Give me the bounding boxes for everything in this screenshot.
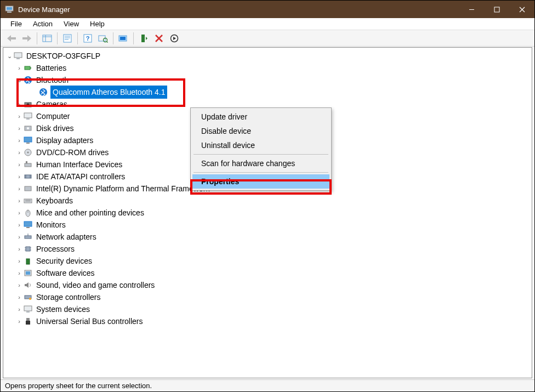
chevron-right-icon[interactable]: › [15, 219, 23, 231]
tree-node-software[interactable]: › Software devices [3, 267, 532, 279]
display-adapter-icon [23, 135, 33, 145]
svg-rect-30 [16, 58, 20, 59]
svg-rect-71 [24, 306, 32, 311]
svg-rect-46 [26, 161, 27, 163]
svg-rect-42 [26, 143, 30, 144]
tree-node-label: Monitors [35, 219, 67, 231]
menu-help[interactable]: Help [84, 19, 110, 29]
context-menu-update-driver[interactable]: Update driver [192, 110, 329, 124]
tree-node-label: Display adapters [35, 134, 94, 146]
svg-rect-1 [7, 12, 12, 13]
tree-node-keyboards[interactable]: › Keyboards [3, 195, 532, 207]
chevron-right-icon[interactable]: › [15, 146, 23, 158]
uninstall-device-button[interactable] [151, 32, 167, 45]
svg-rect-9 [43, 35, 52, 42]
disable-device-button[interactable] [167, 32, 182, 45]
tree-node-label: Mice and other pointing devices [35, 207, 145, 219]
chevron-down-icon[interactable]: ⌄ [5, 50, 13, 62]
minimize-button[interactable] [459, 1, 484, 18]
computer-icon [23, 111, 33, 121]
chevron-down-icon[interactable]: ⌄ [15, 74, 23, 86]
chevron-right-icon[interactable]: › [15, 110, 23, 122]
tree-node-batteries[interactable]: › Batteries [3, 62, 532, 74]
maximize-button[interactable] [484, 1, 509, 18]
sound-icon [23, 280, 33, 290]
chevron-right-icon[interactable]: › [15, 183, 23, 195]
chevron-right-icon[interactable]: › [15, 62, 23, 74]
svg-rect-29 [14, 53, 22, 58]
svg-rect-38 [26, 118, 30, 120]
svg-rect-32 [30, 67, 31, 69]
svg-rect-4 [494, 7, 499, 12]
tree-node-label: Network adapters [35, 231, 98, 243]
tree-node-bluetooth[interactable]: ⌄ Bluetooth [3, 74, 532, 86]
chevron-right-icon[interactable]: › [15, 158, 23, 171]
svg-rect-37 [24, 113, 32, 118]
toolbar-separator [113, 32, 113, 44]
chevron-right-icon[interactable]: › [15, 195, 23, 207]
chevron-right-icon[interactable]: › [15, 279, 23, 291]
tree-node-mice[interactable]: › Mice and other pointing devices [3, 207, 532, 219]
chevron-right-icon[interactable]: › [15, 231, 23, 243]
context-menu-properties[interactable]: Properties [192, 174, 329, 189]
forward-button[interactable] [19, 32, 35, 45]
tree-node-network[interactable]: › Network adapters [3, 231, 532, 243]
toolbar-separator [77, 32, 78, 44]
svg-rect-74 [26, 321, 30, 325]
hid-icon [23, 160, 33, 169]
chevron-right-icon[interactable]: › [15, 303, 23, 315]
chevron-right-icon[interactable]: › [15, 207, 23, 219]
tree-node-security[interactable]: › Security devices [3, 255, 532, 267]
tree-node-monitors[interactable]: › Monitors [3, 219, 532, 231]
svg-marker-8 [22, 35, 31, 42]
chevron-right-icon[interactable]: › [15, 98, 23, 110]
tree-node-processors[interactable]: › Processors [3, 243, 532, 255]
menu-file[interactable]: File [5, 19, 27, 29]
close-button[interactable] [509, 1, 534, 18]
chevron-right-icon[interactable]: › [15, 255, 23, 267]
back-button[interactable] [4, 32, 19, 45]
context-menu-scan-hardware[interactable]: Scan for hardware changes [192, 156, 329, 171]
tree-node-label: Intel(R) Dynamic Platform and Thermal Fr… [35, 183, 210, 195]
tree-node-bluetooth-device[interactable]: Qualcomm Atheros Bluetooth 4.1 [3, 86, 532, 98]
tree-node-computer-root[interactable]: ⌄ DESKTOP-O3FGFLP [3, 50, 532, 62]
svg-rect-50 [25, 186, 31, 191]
svg-point-44 [27, 152, 29, 154]
monitor-icon [23, 220, 33, 230]
tree-node-label: Cameras [35, 98, 69, 110]
usb-icon [23, 316, 33, 326]
context-menu-disable-device[interactable]: Disable device [192, 124, 329, 138]
update-driver-button[interactable] [116, 32, 131, 45]
tree-node-label: Qualcomm Atheros Bluetooth 4.1 [50, 86, 167, 99]
tree-node-sound[interactable]: › Sound, video and game controllers [3, 279, 532, 291]
dvd-icon [23, 147, 33, 157]
tree-node-usb[interactable]: › Universal Serial Bus controllers [3, 315, 532, 327]
menu-bar: File Action View Help [1, 18, 534, 30]
tree-node-storage[interactable]: › Storage controllers [3, 291, 532, 303]
enable-device-button[interactable] [136, 32, 151, 45]
scan-hardware-button[interactable] [95, 32, 111, 45]
context-menu-uninstall-device[interactable]: Uninstall device [192, 138, 329, 152]
device-manager-icon [5, 5, 14, 14]
help-button[interactable]: ? [80, 32, 95, 45]
chevron-right-icon[interactable]: › [15, 291, 23, 303]
chevron-right-icon[interactable]: › [15, 122, 23, 134]
properties-button[interactable] [60, 32, 75, 45]
system-devices-icon [23, 304, 33, 314]
menu-action[interactable]: Action [27, 19, 58, 29]
svg-marker-68 [25, 282, 29, 288]
chevron-right-icon[interactable]: › [15, 243, 23, 255]
menu-view[interactable]: View [58, 19, 84, 29]
chevron-right-icon[interactable]: › [15, 315, 23, 327]
chevron-right-icon[interactable]: › [15, 134, 23, 146]
context-menu-separator [193, 172, 328, 173]
platform-icon [23, 184, 33, 194]
status-bar-text: Opens property sheet for the current sel… [5, 382, 152, 390]
chevron-right-icon[interactable]: › [15, 171, 23, 183]
svg-rect-2 [7, 7, 12, 10]
svg-rect-41 [24, 137, 32, 142]
tree-node-label: Processors [35, 243, 76, 255]
tree-node-system[interactable]: › System devices [3, 303, 532, 315]
show-hide-tree-button[interactable] [39, 32, 55, 45]
chevron-right-icon[interactable]: › [15, 267, 23, 279]
